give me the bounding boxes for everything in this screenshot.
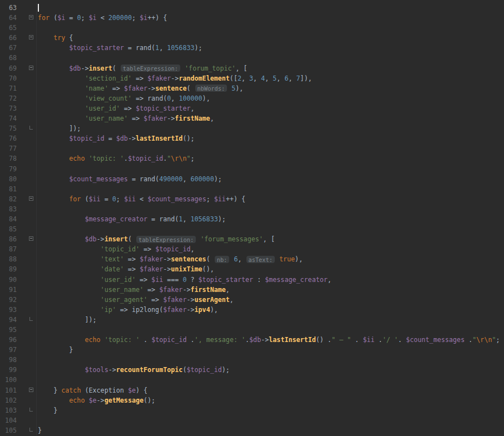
code-line[interactable]: 90 'user_id' => $ii === 0 ? $topic_start…: [0, 275, 504, 285]
code-line[interactable]: 95: [0, 325, 504, 335]
fold-start-icon[interactable]: [29, 236, 33, 241]
fold-start-icon[interactable]: [29, 35, 33, 39]
code-line[interactable]: 80 $count_messages = rand(490000, 600000…: [0, 174, 504, 184]
fold-end-icon[interactable]: [29, 126, 33, 130]
line-number[interactable]: 73: [0, 103, 17, 113]
code-line[interactable]: 83: [0, 204, 504, 214]
fold-start-icon[interactable]: [29, 388, 33, 392]
line-number[interactable]: 72: [0, 93, 17, 103]
line-number[interactable]: 80: [0, 174, 17, 184]
line-number[interactable]: 99: [0, 365, 17, 375]
fold-start-icon[interactable]: [29, 196, 33, 201]
line-number[interactable]: 100: [0, 375, 17, 385]
gutter: 88: [0, 254, 37, 264]
code-line[interactable]: 86 $db->insert( tableExpression: 'forum_…: [0, 234, 504, 244]
line-number[interactable]: 83: [0, 204, 17, 214]
code-line[interactable]: 94 ]);: [0, 315, 504, 325]
code-line[interactable]: 63: [0, 3, 504, 13]
line-number[interactable]: 82: [0, 194, 17, 204]
line-number[interactable]: 86: [0, 234, 17, 244]
code-line[interactable]: 65: [0, 23, 504, 33]
code-line[interactable]: 73 'user_id' => $topic_starter,: [0, 103, 504, 113]
code-line[interactable]: 97 }: [0, 345, 504, 355]
line-number[interactable]: 84: [0, 214, 17, 224]
code-token: firstName: [190, 286, 225, 294]
code-line[interactable]: 69 $db->insert( tableExpression: 'forum_…: [0, 63, 504, 73]
code-line[interactable]: 99 $tools->recountForumTopic($topic_id);: [0, 365, 504, 375]
code-line[interactable]: 79: [0, 164, 504, 174]
line-number[interactable]: 78: [0, 153, 17, 164]
code-line[interactable]: 88 'text' => $faker->sentences( nb: 6, a…: [0, 254, 504, 264]
fold-end-icon[interactable]: [29, 408, 33, 412]
line-number[interactable]: 63: [0, 3, 17, 13]
line-number[interactable]: 94: [0, 315, 17, 325]
code-line[interactable]: 66 try {: [0, 33, 504, 43]
fold-end-icon[interactable]: [29, 428, 33, 432]
line-number[interactable]: 76: [0, 133, 17, 143]
fold-start-icon[interactable]: [29, 66, 33, 70]
line-number[interactable]: 93: [0, 305, 17, 315]
code-line[interactable]: 93 'ip' => ip2long($faker->ipv4),: [0, 305, 504, 315]
line-number[interactable]: 81: [0, 184, 17, 194]
line-number[interactable]: 96: [0, 335, 17, 345]
code-line[interactable]: 71 'name' => $faker->sentence( nbWords: …: [0, 83, 504, 93]
line-number[interactable]: 104: [0, 415, 17, 425]
code-line[interactable]: 84 $message_creator = rand(1, 1056833);: [0, 214, 504, 224]
code-content: }: [37, 345, 73, 355]
code-line[interactable]: 78 echo 'topic: '.$topic_id."\r\n";: [0, 153, 504, 164]
line-number[interactable]: 97: [0, 345, 17, 355]
code-line[interactable]: 67 $topic_starter = rand(1, 1056833);: [0, 43, 504, 53]
line-number[interactable]: 95: [0, 325, 17, 335]
code-line[interactable]: 96 echo 'topic: ' . $topic_id .', messag…: [0, 335, 504, 345]
line-number[interactable]: 69: [0, 63, 17, 73]
code-line[interactable]: 92 'user_agent' => $faker->userAgent,: [0, 295, 504, 305]
line-number[interactable]: 92: [0, 295, 17, 305]
line-number[interactable]: 87: [0, 244, 17, 254]
code-line[interactable]: 89 'date' => $faker->unixTime(),: [0, 264, 504, 274]
line-number[interactable]: 98: [0, 355, 17, 365]
code-line[interactable]: 102 echo $e->getMessage();: [0, 395, 504, 405]
line-number[interactable]: 102: [0, 395, 17, 405]
line-number[interactable]: 77: [0, 143, 17, 153]
line-number[interactable]: 101: [0, 385, 17, 395]
code-line[interactable]: 103 }: [0, 405, 504, 415]
code-line[interactable]: 98: [0, 355, 504, 365]
line-number[interactable]: 68: [0, 53, 17, 63]
code-line[interactable]: 82 for ($ii = 0; $ii < $count_messages; …: [0, 194, 504, 204]
line-number[interactable]: 71: [0, 83, 17, 93]
line-number[interactable]: 90: [0, 275, 17, 285]
line-number[interactable]: 103: [0, 405, 17, 415]
line-number[interactable]: 67: [0, 43, 17, 53]
line-number[interactable]: 88: [0, 254, 17, 264]
line-number[interactable]: 64: [0, 13, 17, 23]
code-line[interactable]: 101 } catch (Exception $e) {: [0, 385, 504, 395]
code-line[interactable]: 104: [0, 415, 504, 425]
fold-end-icon[interactable]: [29, 317, 33, 321]
code-line[interactable]: 72 'view_count' => rand(0, 100000),: [0, 93, 504, 103]
line-number[interactable]: 91: [0, 285, 17, 295]
code-line[interactable]: 91 'user_name' => $faker->firstName,: [0, 285, 504, 295]
code-line[interactable]: 81: [0, 184, 504, 194]
code-line[interactable]: 77: [0, 143, 504, 153]
code-line[interactable]: 100: [0, 375, 504, 385]
line-number[interactable]: 65: [0, 23, 17, 33]
code-content: echo 'topic: ' . $topic_id .', message: …: [37, 335, 500, 345]
line-number[interactable]: 105: [0, 425, 17, 435]
line-number[interactable]: 89: [0, 264, 17, 274]
code-line[interactable]: 70 'section_id' => $faker->randomElement…: [0, 73, 504, 83]
code-line[interactable]: 85: [0, 224, 504, 234]
line-number[interactable]: 66: [0, 33, 17, 43]
line-number[interactable]: 70: [0, 73, 17, 83]
line-number[interactable]: 74: [0, 113, 17, 123]
code-line[interactable]: 64for ($i = 0; $i < 200000; $i++) {: [0, 13, 504, 23]
line-number[interactable]: 85: [0, 224, 17, 234]
code-line[interactable]: 105}: [0, 425, 504, 435]
line-number[interactable]: 79: [0, 164, 17, 174]
line-number[interactable]: 75: [0, 123, 17, 133]
code-line[interactable]: 75 ]);: [0, 123, 504, 133]
fold-start-icon[interactable]: [29, 15, 33, 19]
code-line[interactable]: 68: [0, 53, 504, 63]
code-line[interactable]: 74 'user_name' => $faker->firstName,: [0, 113, 504, 123]
code-line[interactable]: 87 'topic_id' => $topic_id,: [0, 244, 504, 254]
code-line[interactable]: 76 $topic_id = $db->lastInsertId();: [0, 133, 504, 143]
